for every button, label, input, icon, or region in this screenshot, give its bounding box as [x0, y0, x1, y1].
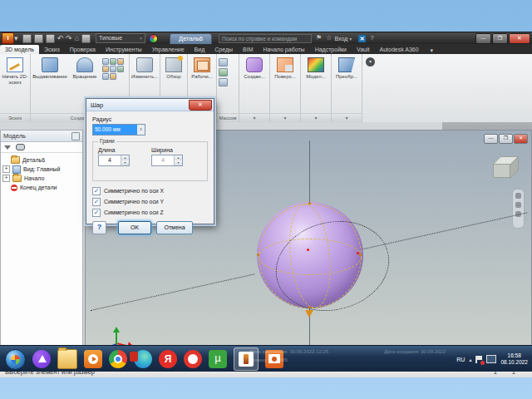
open-icon[interactable] — [34, 34, 43, 43]
mirror-icon[interactable] — [219, 78, 228, 86]
undo-icon[interactable]: ↶ — [57, 35, 64, 42]
checkbox-icon[interactable]: ✓ — [92, 198, 101, 206]
rectangular-pattern-icon[interactable] — [219, 58, 228, 66]
pattern-mini-buttons[interactable] — [219, 56, 228, 86]
modify-button[interactable]: Изменить... — [131, 56, 158, 80]
a360-exchange-icon[interactable]: ✕ — [358, 35, 366, 42]
derive-icon[interactable] — [102, 73, 109, 80]
media-player-icon[interactable] — [84, 350, 102, 368]
tab-bim[interactable]: BIM — [238, 45, 258, 54]
circular-pattern-icon[interactable] — [219, 68, 228, 76]
tree-item-part[interactable]: Деталь6 — [2, 155, 81, 165]
group-freeform-chevron-icon[interactable]: ▾ — [239, 113, 269, 122]
pennant-icon[interactable]: ⚑ — [316, 34, 322, 42]
group-convert-chevron-icon[interactable]: ▾ — [332, 113, 362, 122]
home-view-icon[interactable]: ⌂ — [75, 35, 79, 42]
tab-3d-model[interactable]: 3D модель — [0, 45, 39, 54]
radius-flyout-icon[interactable]: › — [137, 125, 145, 135]
start-2d-sketch-button[interactable]: Начать 2D-эскиз — [2, 56, 28, 85]
tree-item-end-of-part[interactable]: Конец детали — [2, 183, 81, 192]
cancel-button[interactable]: Отмена — [156, 221, 193, 234]
spin-down-icon[interactable]: ▾ — [121, 160, 129, 165]
ok-button[interactable]: OK — [118, 221, 151, 234]
emboss-icon[interactable] — [102, 66, 109, 72]
app-menu-button[interactable]: I — [2, 32, 14, 44]
tab-view[interactable]: Вид — [190, 45, 210, 54]
material-style-dropdown[interactable]: Типовые ▾ — [96, 33, 145, 43]
new-file-icon[interactable] — [22, 34, 32, 43]
minimize-button[interactable]: — — [475, 33, 491, 44]
start-button[interactable] — [5, 349, 26, 370]
radius-input[interactable]: 50.000 мм › — [92, 124, 145, 135]
explorer-icon[interactable] — [57, 349, 77, 369]
restore-button[interactable]: ❐ — [492, 33, 508, 44]
edge-icon[interactable] — [134, 350, 152, 368]
opera-icon[interactable] — [184, 350, 202, 368]
checkbox-icon[interactable]: ✓ — [92, 209, 101, 217]
rib-icon[interactable] — [110, 66, 116, 72]
taskbar-clock[interactable]: 16:58 08.10.2022 — [500, 352, 530, 366]
tab-inspect[interactable]: Проверка — [65, 45, 101, 54]
favorites-star-icon[interactable]: ☆ — [326, 34, 332, 42]
pin-icon[interactable] — [71, 132, 80, 140]
tray-expand-icon[interactable]: ▴ — [469, 357, 471, 362]
ribbon-display-icon[interactable]: ▾ — [431, 47, 434, 54]
doc-restore-button[interactable]: ❐ — [499, 134, 513, 144]
group-surface-chevron-icon[interactable]: ▾ — [270, 113, 300, 122]
group-label-pattern[interactable]: Массив — [217, 113, 239, 122]
tab-sketch[interactable]: Эскиз — [39, 45, 65, 54]
checkbox-icon[interactable]: ✓ — [92, 187, 101, 195]
group-simulation-chevron-icon[interactable]: ▾ — [301, 113, 331, 122]
tab-addins[interactable]: Надстройки — [310, 45, 352, 54]
chrome-icon[interactable] — [109, 350, 127, 368]
symmetric-y-checkbox[interactable]: ✓ Симметрично по оси Y — [92, 196, 208, 207]
explore-button[interactable]: Обзор — [162, 56, 185, 80]
import-icon[interactable] — [110, 73, 116, 80]
coil-icon[interactable] — [117, 58, 124, 65]
surface-button[interactable]: Поверх... — [272, 56, 298, 80]
utorrent-icon[interactable]: µ — [209, 350, 227, 368]
width-stepper[interactable]: 4 ▴ ▾ — [151, 155, 183, 166]
dialog-help-button[interactable]: ? — [92, 221, 106, 234]
length-stepper[interactable]: 4 ▴ ▾ — [98, 155, 130, 166]
close-button[interactable]: ✕ — [509, 33, 530, 44]
tab-a360[interactable]: Autodesk A360 — [374, 45, 423, 54]
display-network-icon[interactable] — [486, 355, 496, 363]
convert-button[interactable]: Преобр... — [333, 56, 360, 80]
spin-down-icon[interactable]: ▾ — [175, 160, 182, 165]
doc-minimize-button[interactable]: — — [484, 134, 498, 144]
help-search-input[interactable]: Поиск по справке и командам — [219, 34, 312, 43]
alice-icon[interactable] — [32, 350, 51, 368]
center-point[interactable] — [307, 249, 309, 251]
loft-icon[interactable] — [110, 58, 116, 65]
signin-label[interactable]: Вход — [334, 36, 347, 42]
yandex-browser-icon[interactable]: Я — [159, 350, 177, 368]
revolve-button[interactable]: Вращение — [69, 56, 101, 80]
appearance-wheel-icon[interactable] — [149, 34, 158, 43]
render-icon[interactable] — [81, 34, 91, 43]
tab-get-started[interactable]: Начало работы — [259, 45, 310, 54]
app-menu-chevron-icon[interactable]: ▾ — [14, 35, 18, 42]
extrude-button[interactable]: Выдавливание — [32, 56, 67, 80]
tree-item-origin[interactable]: + Начало — [2, 174, 81, 183]
navigation-bar[interactable] — [512, 189, 525, 229]
symmetric-x-checkbox[interactable]: ✓ Симметрично по оси X — [92, 185, 208, 196]
help-icon[interactable]: ? — [370, 34, 373, 42]
primitives-dropdown-icon[interactable]: ▾ — [366, 57, 375, 66]
viewcube[interactable] — [491, 155, 520, 184]
expander-icon[interactable]: + — [2, 175, 10, 182]
tab-vault[interactable]: Vault — [352, 45, 374, 54]
create-mini-buttons[interactable] — [102, 56, 124, 80]
expander-icon[interactable]: + — [2, 165, 10, 173]
decal-icon[interactable] — [117, 66, 124, 72]
save-icon[interactable] — [46, 34, 55, 43]
signin-chevron-icon[interactable]: ▾ — [349, 36, 352, 42]
radius-value[interactable]: 50.000 мм — [93, 125, 137, 135]
tab-environments[interactable]: Среды — [209, 45, 238, 54]
symmetric-z-checkbox[interactable]: ✓ Симметрично по оси Z — [92, 207, 208, 218]
work-features-button[interactable]: Рабочи... — [190, 56, 214, 80]
tab-tools[interactable]: Инструменты — [101, 45, 147, 54]
document-tab[interactable]: Деталь6 — [170, 33, 212, 44]
sweep-icon[interactable] — [102, 58, 109, 65]
action-center-flag-icon[interactable] — [475, 356, 482, 363]
